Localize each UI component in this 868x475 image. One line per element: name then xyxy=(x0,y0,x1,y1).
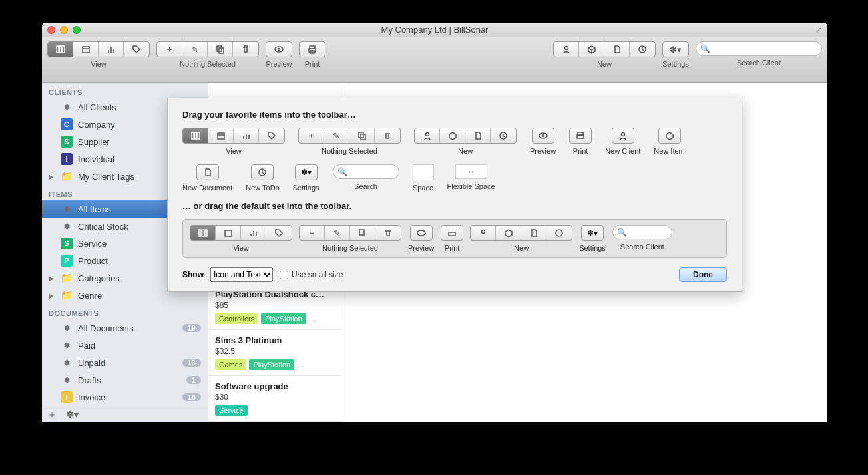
gear-icon: ✽ xyxy=(61,357,73,369)
disclosure-icon[interactable]: ▶ xyxy=(49,275,55,282)
item-price: $30 xyxy=(215,393,334,402)
palette-label: New Document xyxy=(182,184,232,192)
settings-button[interactable]: ✽▾ xyxy=(663,42,688,57)
toolbar-nothing-label: Nothing Selected xyxy=(180,60,236,68)
new-client-button[interactable] xyxy=(554,42,579,57)
zoom-window-button[interactable] xyxy=(73,26,81,34)
person-icon xyxy=(562,45,571,54)
palette-preview[interactable]: Preview xyxy=(530,128,556,155)
add-button[interactable]: ＋ xyxy=(157,42,182,57)
svg-rect-38 xyxy=(225,230,232,236)
gear-icon: ✽ xyxy=(61,203,73,215)
view-calendar-button[interactable] xyxy=(73,42,99,57)
new-item-button[interactable] xyxy=(579,42,604,57)
sidebar-paid[interactable]: ✽ Paid xyxy=(42,337,208,354)
new-segmented[interactable] xyxy=(553,41,656,57)
list-item[interactable]: Sims 3 Platinum $32.5 Games PlayStation … xyxy=(208,330,341,376)
edit-button[interactable]: ✎ xyxy=(182,42,208,57)
view-columns-button[interactable] xyxy=(48,42,73,57)
palette-flexible-space[interactable]: Flexible Space xyxy=(447,164,495,190)
duplicate-button[interactable] xyxy=(208,42,233,57)
palette-settings[interactable]: ✽▾ Settings xyxy=(293,164,320,192)
clock-icon xyxy=(499,131,508,140)
toolbar-print-group: Print xyxy=(299,41,326,68)
view-segmented[interactable] xyxy=(47,41,150,57)
show-select[interactable]: Icon and Text xyxy=(210,267,273,282)
sidebar-drafts[interactable]: ✽ Drafts 1 xyxy=(42,371,208,389)
sidebar-item-label: Invoice xyxy=(78,393,105,402)
add-sidebar-button[interactable]: ＋ xyxy=(47,409,57,421)
item-price: $85 xyxy=(215,301,334,310)
disclosure-icon[interactable]: ▶ xyxy=(49,292,55,299)
svg-point-27 xyxy=(425,133,429,136)
svg-rect-2 xyxy=(63,46,65,53)
sidebar-action-menu[interactable]: ✽▾ xyxy=(66,409,79,421)
fullscreen-icon[interactable]: ⤢ xyxy=(815,25,823,33)
new-todo-button[interactable] xyxy=(630,42,655,57)
new-document-button[interactable] xyxy=(604,42,630,57)
titlebar: My Company Ltd | BillSonar ⤢ xyxy=(42,23,827,37)
svg-point-33 xyxy=(621,133,624,136)
sidebar-item-label: Supplier xyxy=(78,137,110,147)
close-window-button[interactable] xyxy=(47,26,55,34)
document-icon xyxy=(612,45,622,54)
individual-icon: I xyxy=(61,153,73,165)
cube-icon xyxy=(665,131,674,140)
sidebar-unpaid[interactable]: ✽ Unpaid 13 xyxy=(42,354,208,371)
view-chart-button[interactable] xyxy=(99,42,124,57)
company-icon: C xyxy=(61,118,73,130)
list-item[interactable]: Software upgrade $30 Service xyxy=(208,376,341,422)
document-icon xyxy=(203,168,212,177)
palette-nothing-selected[interactable]: ＋✎ Nothing Selected xyxy=(298,128,401,155)
invoice-icon: I xyxy=(61,391,73,403)
sidebar-item-label: My Client Tags xyxy=(78,172,134,182)
eye-icon xyxy=(274,45,284,54)
use-small-size-checkbox[interactable]: Use small size xyxy=(280,270,343,279)
sheet-drag-prompt: Drag your favorite items into the toolba… xyxy=(182,110,727,120)
palette-new-todo[interactable]: New ToDo xyxy=(246,164,280,192)
view-tag-button[interactable] xyxy=(124,42,149,57)
minimize-window-button[interactable] xyxy=(60,26,68,34)
done-button[interactable]: Done xyxy=(679,267,727,282)
svg-point-46 xyxy=(556,230,562,236)
cube-icon xyxy=(587,45,596,54)
palette-new-document[interactable]: New Document xyxy=(182,164,232,192)
sidebar-item-label: Critical Stock xyxy=(78,222,128,232)
palette-view[interactable]: View xyxy=(182,128,285,155)
palette-new-client[interactable]: New Client xyxy=(605,128,640,155)
document-icon xyxy=(473,131,483,140)
eye-icon xyxy=(539,131,548,140)
default-toolbar-set[interactable]: View ＋✎ Nothing Selected Preview Print N… xyxy=(182,219,727,258)
toolbar-settings-group: ✽▾ Settings xyxy=(662,41,689,68)
app-window: My Company Ltd | BillSonar ⤢ View ＋ ✎ No… xyxy=(42,23,827,422)
print-button[interactable] xyxy=(300,42,325,57)
toolbar-print-label: Print xyxy=(305,60,320,68)
palette-search[interactable]: 🔍 Search xyxy=(333,164,399,190)
palette-new-item[interactable]: New Item xyxy=(654,128,684,155)
search-icon: 🔍 xyxy=(700,44,710,53)
palette-space[interactable]: Space xyxy=(413,164,434,192)
search-client-input[interactable] xyxy=(713,45,817,53)
small-size-input[interactable] xyxy=(280,271,288,279)
sidebar-all-documents[interactable]: ✽ All Documents 19 xyxy=(42,319,208,337)
palette-label: New ToDo xyxy=(246,184,280,192)
edit-segmented[interactable]: ＋ ✎ xyxy=(156,41,259,57)
search-client-field[interactable]: 🔍 xyxy=(696,41,822,56)
sidebar-item-label: Drafts xyxy=(78,375,101,385)
delete-button[interactable] xyxy=(233,42,258,57)
svg-point-30 xyxy=(542,135,544,137)
item-tag: PlayStation xyxy=(261,313,306,324)
palette-new[interactable]: New xyxy=(414,128,517,155)
supplier-icon: S xyxy=(61,136,73,148)
svg-rect-18 xyxy=(194,132,196,139)
palette-label: View xyxy=(226,147,242,155)
sidebar-invoice[interactable]: I Invoice 16 xyxy=(42,389,208,406)
palette-label: New xyxy=(458,147,473,155)
palette-print[interactable]: Print xyxy=(569,128,592,155)
sidebar-item-label: Categories xyxy=(78,273,120,283)
svg-rect-19 xyxy=(198,132,200,139)
svg-point-29 xyxy=(539,133,547,138)
bar-chart-icon xyxy=(107,45,116,54)
preview-button[interactable] xyxy=(266,42,292,57)
disclosure-icon[interactable]: ▶ xyxy=(49,173,55,180)
